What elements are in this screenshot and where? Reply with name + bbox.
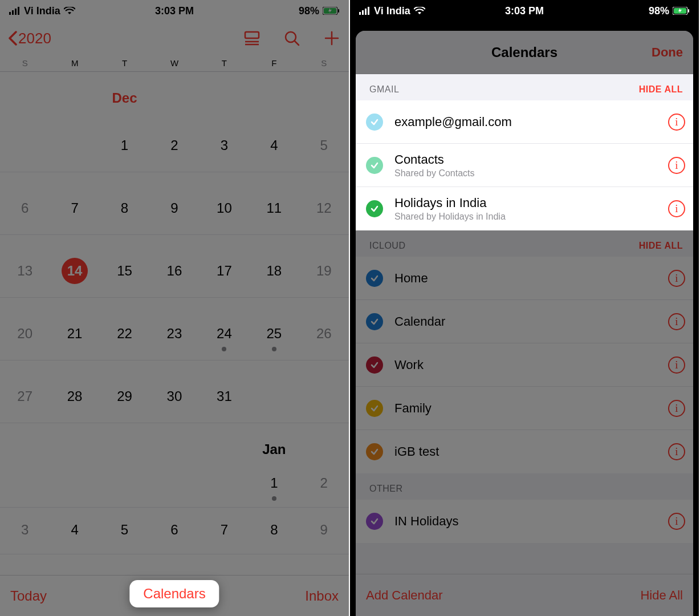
hide-all-button[interactable]: Hide All [640,588,683,603]
day-cell[interactable]: 22 [100,311,149,347]
day-cell[interactable]: 18 [249,249,299,284]
calendar-item[interactable]: Calendari [356,300,693,343]
weekday-label: W [149,55,199,71]
day-cell [0,461,50,470]
section-title: GMAIL [369,84,399,95]
day-cell[interactable]: 28 [50,374,99,410]
day-cell[interactable]: 8 [100,186,149,221]
calendar-item[interactable]: iGB testi [356,430,693,473]
calendar-item[interactable]: ContactsShared by Contactsi [356,144,693,187]
day-cell[interactable]: 9 [299,508,349,543]
section-title: ICLOUD [369,241,405,251]
day-cell[interactable]: 15 [100,249,149,284]
search-icon[interactable] [283,29,301,47]
calendar-item[interactable]: Worki [356,343,693,387]
day-cell[interactable]: 29 [100,374,149,410]
day-cell[interactable]: 9 [149,186,199,221]
phone-left-calendar: Vi India 3:03 PM 98% 2020 SMTWTFS Dec 12… [0,0,350,616]
info-icon[interactable]: i [668,270,685,287]
day-cell [0,136,50,145]
weekday-header: SMTWTFS [0,55,349,72]
section-header-other: OTHER [356,473,693,500]
day-cell[interactable]: 4 [50,508,99,543]
day-cell[interactable]: 3 [0,508,50,543]
calendar-item[interactable]: Holidays in IndiaShared by Holidays in I… [356,187,693,230]
checkmark-icon [366,270,383,287]
day-cell [100,461,149,470]
info-icon[interactable]: i [668,313,685,330]
done-button[interactable]: Done [652,45,683,60]
svg-rect-7 [245,32,259,38]
day-cell[interactable]: 16 [149,249,199,284]
info-icon[interactable]: i [668,356,685,374]
back-button[interactable]: 2020 [8,30,51,47]
day-cell[interactable]: 5 [100,508,149,543]
calendar-name: IN Holidays [394,514,668,529]
list-view-icon[interactable] [243,29,261,47]
day-cell[interactable]: 27 [0,374,50,410]
status-bar: Vi India 3:03 PM 98% [350,0,699,22]
hide-all-section-button[interactable]: HIDE ALL [639,84,683,95]
day-cell[interactable]: 1 [100,123,149,159]
day-cell[interactable]: 31 [200,374,249,410]
section-title: OTHER [369,484,403,494]
day-cell[interactable]: 4 [249,123,299,159]
calendar-item[interactable]: Homei [356,257,693,300]
day-cell[interactable]: 17 [200,249,249,284]
day-cell[interactable]: 8 [249,508,299,543]
day-cell[interactable]: 14 [50,249,99,284]
day-cell[interactable]: 19 [299,249,349,284]
calendars-button[interactable]: Calendars [129,580,219,607]
info-icon[interactable]: i [668,443,685,460]
add-icon[interactable] [323,29,341,47]
day-cell [50,461,99,470]
day-cell[interactable]: 30 [149,374,199,410]
event-dot-icon [272,496,276,501]
calendar-item[interactable]: IN Holidaysi [356,500,693,543]
day-cell[interactable]: 12 [299,186,349,221]
day-cell[interactable]: 23 [149,311,199,347]
day-cell[interactable]: 13 [0,249,50,284]
day-cell[interactable]: 2 [299,461,349,496]
info-icon[interactable]: i [668,157,685,174]
svg-line-11 [295,41,299,45]
day-cell[interactable]: 21 [50,311,99,347]
day-cell [249,387,299,396]
inbox-button[interactable]: Inbox [305,588,339,604]
day-cell [50,136,99,145]
weekday-label: S [0,55,50,71]
calendar-name: Contacts [394,152,668,167]
day-cell[interactable]: 6 [0,186,50,221]
day-cell[interactable]: 2 [149,123,199,159]
day-cell[interactable]: 3 [200,123,249,159]
info-icon[interactable]: i [668,200,685,217]
status-bar: Vi India 3:03 PM 98% [0,0,349,22]
day-cell[interactable]: 10 [200,186,249,221]
day-cell[interactable]: 6 [149,508,199,543]
info-icon[interactable]: i [668,114,685,131]
add-calendar-button[interactable]: Add Calendar [366,588,443,603]
checkmark-icon [366,200,383,217]
back-year-label: 2020 [18,30,51,47]
day-cell[interactable]: 20 [0,311,50,347]
today-button[interactable]: Today [10,588,47,604]
day-cell[interactable]: 25 [249,311,299,347]
day-cell[interactable]: 1 [249,461,299,496]
day-cell[interactable]: 5 [299,123,349,159]
day-cell[interactable]: 7 [50,186,99,221]
day-cell[interactable]: 11 [249,186,299,221]
calendar-item[interactable]: example@gmail.comi [356,100,693,144]
day-cell [149,461,199,470]
day-cell[interactable]: 26 [299,311,349,347]
section-header-icloud: ICLOUDHIDE ALL [356,230,693,257]
hide-all-section-button[interactable]: HIDE ALL [639,241,683,251]
info-icon[interactable]: i [668,400,685,417]
section-header-gmail: GMAILHIDE ALL [356,74,693,100]
weekday-label: S [299,55,349,71]
month-label: Dec [112,90,137,106]
calendar-item[interactable]: Familyi [356,387,693,430]
checkmark-icon [366,313,383,330]
info-icon[interactable]: i [668,513,685,530]
day-cell[interactable]: 7 [200,508,249,543]
day-cell[interactable]: 24 [200,311,249,347]
